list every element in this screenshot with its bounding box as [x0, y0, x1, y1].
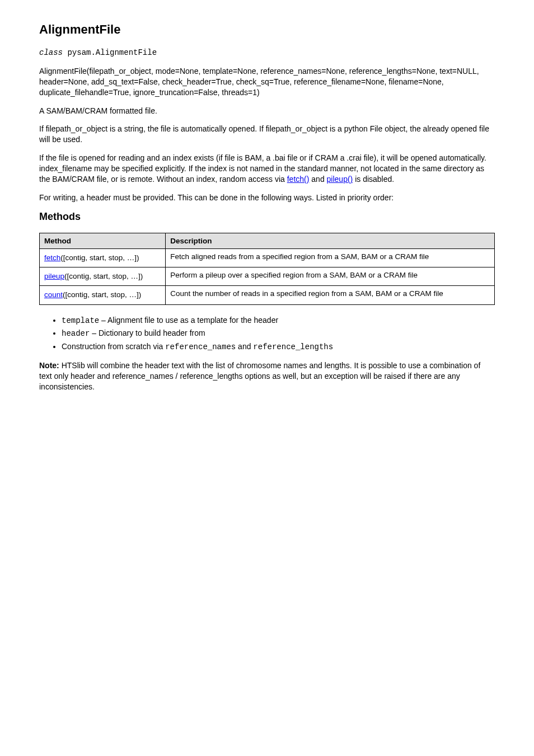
method-link-count[interactable]: count [44, 290, 63, 299]
method-args: ([contig, start, stop, …]) [63, 290, 141, 299]
note-body: HTSlib will combine the header text with… [39, 361, 480, 391]
list-item: Construction from scratch via reference_… [62, 341, 495, 353]
pileup-link-inline[interactable]: pileup() [327, 175, 353, 184]
class-definition: class pysam.AlignmentFile [39, 47, 495, 58]
methods-table: Method Description fetch([contig, start,… [39, 233, 495, 305]
method-args: ([contig, start, stop, …]) [60, 253, 139, 262]
writing-header-intro: For writing, a header must be provided. … [39, 192, 495, 203]
header-options-list: template – Alignment file to use as a te… [39, 315, 495, 353]
note-label: Note: [39, 361, 59, 370]
col-method: Method [40, 233, 166, 248]
table-row: fetch([contig, start, stop, …]) Fetch al… [40, 248, 495, 267]
class-signature: pysam.AlignmentFile [67, 48, 157, 57]
col-description: Description [166, 233, 495, 248]
method-link-fetch[interactable]: fetch [44, 253, 60, 262]
note-paragraph: Note: HTSlib will combine the header tex… [39, 360, 495, 392]
table-row: pileup([contig, start, stop, …]) Perform… [40, 267, 495, 286]
fetch-link-inline[interactable]: fetch() [287, 175, 310, 184]
table-row: count([contig, start, stop, …]) Count th… [40, 286, 495, 304]
method-description: Count the number of reads in a specified… [166, 286, 495, 304]
methods-heading: Methods [39, 211, 495, 223]
page-title: AlignmentFile [39, 22, 495, 37]
method-description: Perform a pileup over a specified region… [166, 267, 495, 286]
list-item: header – Dictionary to build header from [62, 328, 495, 339]
method-description: Fetch aligned reads from a specified reg… [166, 248, 495, 267]
method-args: ([contig, start, stop, …]) [64, 272, 143, 280]
index-description: If the file is opened for reading and an… [39, 153, 495, 185]
list-item: template – Alignment file to use as a te… [62, 315, 495, 326]
constructor-signature: AlignmentFile(filepath_or_object, mode=N… [39, 66, 495, 98]
method-link-pileup[interactable]: pileup [44, 272, 64, 280]
class-label: class [39, 48, 63, 57]
file-description: A SAM/BAM/CRAM formatted file. [39, 106, 495, 116]
filepath-description: If filepath_or_object is a string, the f… [39, 124, 495, 145]
